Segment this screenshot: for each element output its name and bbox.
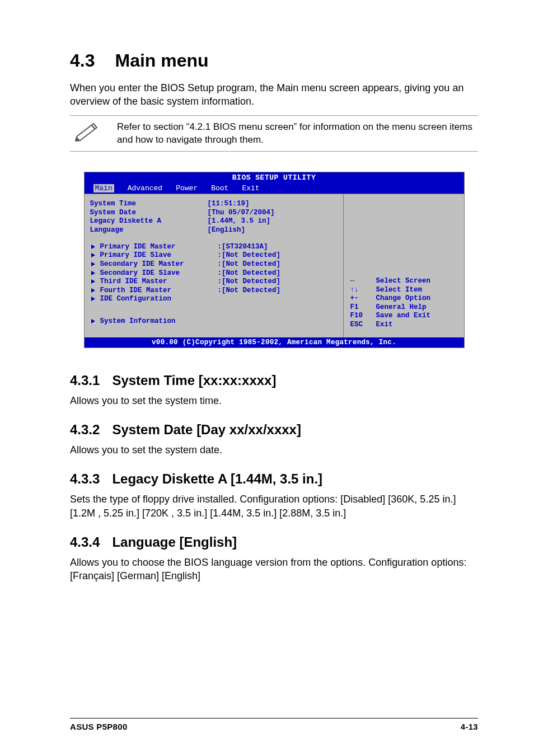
intro-paragraph: When you enter the BIOS Setup program, t… — [70, 81, 478, 109]
section-number: 4.3 — [70, 50, 95, 71]
bios-right-pane: ↔Select Screen ↑↓Select Item +-Change Op… — [344, 194, 464, 337]
bios-submenu[interactable]: System Information — [90, 317, 338, 326]
bios-submenu[interactable]: Third IDE Master:[Not Detected] — [90, 278, 338, 287]
bios-submenu[interactable]: IDE Configuration — [90, 295, 338, 304]
section-title-text: Main menu — [115, 50, 208, 71]
bios-tab-main[interactable]: Main — [93, 184, 114, 192]
triangle-right-icon — [91, 288, 95, 293]
bios-help-row: F10Save and Exit — [350, 312, 457, 321]
pencil-note-icon — [74, 121, 100, 142]
triangle-right-icon — [91, 279, 95, 284]
subsection-body: Allows you to set the system time. — [70, 394, 478, 407]
bios-help-row: ESCExit — [350, 321, 457, 330]
triangle-right-icon — [91, 319, 95, 323]
bios-item-label: Legacy Diskette A — [90, 217, 208, 226]
subsection-heading: 4.3.2System Date [Day xx/xx/xxxx] — [70, 422, 478, 438]
bios-help-row: F1General Help — [350, 303, 457, 312]
bios-item-label: System Date — [90, 209, 208, 218]
subsection-heading: 4.3.3Legacy Diskette A [1.44M, 3.5 in.] — [70, 471, 478, 487]
subsection-body: Allows you to choose the BIOS language v… — [70, 556, 478, 583]
subsection-heading: 4.3.4Language [English] — [70, 534, 478, 550]
bios-submenu[interactable]: Secondary IDE Slave:[Not Detected] — [90, 269, 338, 278]
note-text: Refer to section “4.2.1 BIOS menu screen… — [117, 120, 478, 147]
footer-left: ASUS P5P800 — [70, 722, 128, 731]
triangle-right-icon — [91, 253, 95, 257]
bios-body: System Time[11:51:19] System Date[Thu 05… — [85, 194, 464, 337]
bios-item-value[interactable]: [English] — [208, 226, 246, 235]
bios-tab-exit[interactable]: Exit — [242, 184, 259, 192]
bios-tab-power[interactable]: Power — [176, 184, 198, 192]
subsection-heading: 4.3.1System Time [xx:xx:xxxx] — [70, 373, 478, 388]
triangle-right-icon — [91, 262, 95, 266]
bios-item-label: Language — [90, 226, 208, 235]
footer-right: 4-13 — [461, 722, 478, 731]
bios-submenu[interactable]: Primary IDE Master:[ST320413A] — [90, 243, 338, 252]
triangle-right-icon — [91, 245, 95, 249]
triangle-right-icon — [91, 297, 95, 301]
bios-tab-advanced[interactable]: Advanced — [128, 184, 162, 192]
page-footer: ASUS P5P800 4-13 — [70, 718, 478, 731]
bios-tab-boot[interactable]: Boot — [211, 184, 228, 192]
bios-help-row: ↑↓Select Item — [350, 286, 457, 295]
note-block: Refer to section “4.2.1 BIOS menu screen… — [70, 115, 478, 152]
bios-item-value[interactable]: [Thu 05/07/2004] — [208, 209, 275, 218]
bios-help-row: ↔Select Screen — [350, 277, 457, 286]
bios-footer: v00.00 (C)Copyright 1985-2002, American … — [85, 337, 464, 348]
bios-item-label: System Time — [90, 200, 208, 209]
subsection-body: Allows you to set the system date. — [70, 443, 478, 457]
bios-submenu[interactable]: Fourth IDE Master:[Not Detected] — [90, 287, 338, 295]
triangle-right-icon — [91, 271, 95, 275]
bios-submenu[interactable]: Primary IDE Slave:[Not Detected] — [90, 251, 338, 260]
section-heading: 4.3Main menu — [70, 50, 478, 71]
bios-item-value[interactable]: [1.44M, 3.5 in] — [208, 217, 271, 226]
bios-help-row: +-Change Option — [350, 294, 457, 303]
bios-title: BIOS SETUP UTILITY — [85, 172, 464, 183]
bios-left-pane: System Time[11:51:19] System Date[Thu 05… — [85, 194, 344, 337]
bios-menubar: Main Advanced Power Boot Exit — [85, 183, 464, 194]
bios-item-value[interactable]: [11:51:19] — [208, 200, 250, 209]
bios-screenshot: BIOS SETUP UTILITY Main Advanced Power B… — [84, 172, 465, 348]
bios-submenu[interactable]: Secondary IDE Master:[Not Detected] — [90, 260, 338, 269]
subsection-body: Sets the type of floppy drive installed.… — [70, 492, 478, 520]
